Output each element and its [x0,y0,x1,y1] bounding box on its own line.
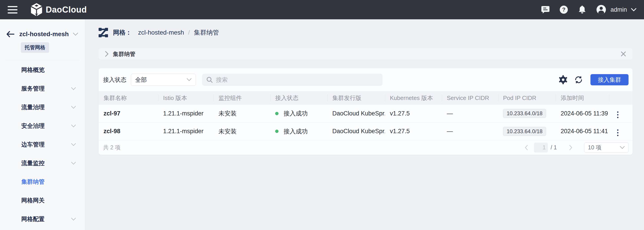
notifications-bell-icon[interactable] [578,5,587,14]
mesh-label: 网格： [113,28,132,37]
total-count: 共 2 项 [103,144,120,151]
back-arrow-icon[interactable] [6,31,14,38]
search-icon [206,76,213,83]
chevron-right-icon[interactable] [105,51,109,57]
daocloud-logo-icon [30,3,42,16]
cell-actions [609,123,632,140]
col-distribution: 集群发行版 [328,91,385,105]
breadcrumb: 网格： zcl-hosted-mesh / 集群纳管 [98,26,632,40]
sidebar-item-mesh-overview[interactable]: 网格概览 [0,61,85,79]
chevron-down-icon [71,162,76,165]
prev-page-icon[interactable] [523,145,530,150]
row-actions-kebab-icon[interactable] [614,110,622,120]
breadcrumb-separator: / [188,29,190,36]
mesh-type-badge: 托管网格 [21,42,49,53]
brand-name: DaoCloud [46,5,87,15]
cell-monitor: 未安装 [214,123,270,140]
username: admin [610,6,627,13]
settings-gear-icon[interactable] [559,75,568,84]
chevron-down-icon [631,8,636,12]
cell-actions [609,105,632,123]
chevron-down-icon [71,218,76,221]
table-header-row: 集群名称 Istio 版本 监控组件 接入状态 集群发行版 Kubernetes… [98,91,632,105]
col-cluster-name: 集群名称 [98,91,158,105]
chevron-down-icon [620,146,625,149]
col-pod-ip-cidr: Pod IP CIDR [498,91,556,105]
breadcrumb-page: 集群纳管 [194,28,219,37]
topbar-actions: ? admin [541,5,636,15]
user-menu[interactable]: admin [596,5,636,15]
sidebar-item-service-management[interactable]: 服务管理 [0,79,85,98]
chevron-down-icon [71,106,76,109]
chevron-down-icon[interactable] [73,33,78,36]
sidebar: zcl-hosted-mesh 托管网格 网格概览 服务管理 流量治理 安全治理… [0,19,85,230]
mesh-name[interactable]: zcl-hosted-mesh [19,31,73,38]
next-page-icon[interactable] [568,145,574,150]
sidebar-item-traffic-governance[interactable]: 流量治理 [0,98,85,117]
clusters-table: 集群名称 Istio 版本 监控组件 接入状态 集群发行版 Kubernetes… [98,91,632,140]
col-istio-version: Istio 版本 [158,91,214,105]
pagination: 1 / 1 10 项 [523,142,628,153]
chevron-down-icon [187,78,192,81]
cell-k8s-version: v1.27.5 [385,105,442,123]
col-actions [609,91,632,105]
avatar [596,5,606,15]
chevron-down-icon [71,125,76,128]
status-filter-select[interactable]: 全部 [131,74,196,86]
cell-service-cidr: — [442,123,498,140]
sidebar-item-traffic-monitoring[interactable]: 流量监控 [0,154,85,172]
topbar: DaoCloud ? admin [0,0,644,19]
search-box [202,74,382,86]
cell-added-time: 2024-06-05 11:39 [556,105,609,123]
sidebar-item-mesh-gateway[interactable]: 网格网关 [0,191,85,210]
sidebar-item-mesh-config[interactable]: 网格配置 [0,210,85,228]
mesh-selector: zcl-hosted-mesh [0,19,85,38]
sidebar-item-cluster-management[interactable]: 集群纳管 [0,172,85,191]
cell-cluster-name[interactable]: zcl-97 [98,105,158,123]
cell-distribution: DaoCloud KubeSpr... [328,123,385,140]
page-input[interactable]: 1 [534,143,548,153]
mesh-icon [98,28,108,37]
main-content: 网格： zcl-hosted-mesh / 集群纳管 集群纳管 接入状态 全部 [85,19,644,230]
col-access-status: 接入状态 [270,91,328,105]
chevron-down-icon [71,87,76,90]
breadcrumb-mesh-name[interactable]: zcl-hosted-mesh [138,29,184,36]
cell-pod-cidr: 10.233.64.0/18 [498,123,556,140]
status-dot [275,112,278,115]
cell-status: 接入成功 [270,123,328,140]
cell-added-time: 2024-06-05 11:41 [556,123,609,140]
col-service-ip-cidr: Service IP CIDR [442,91,498,105]
collapse-panel: 集群纳管 [98,48,632,60]
table-row: zcl-97 1.21.1-mspider 未安装 接入成功 DaoCloud … [98,105,632,123]
table-row: zcl-98 1.21.1-mspider 未安装 接入成功 DaoCloud … [98,123,632,140]
row-actions-kebab-icon[interactable] [614,128,622,138]
refresh-icon[interactable] [574,75,583,84]
message-icon[interactable] [541,5,550,14]
close-icon[interactable] [620,51,626,57]
page-size-select[interactable]: 10 项 [584,142,628,153]
col-added-time: 添加时间 [556,91,609,105]
cell-status: 接入成功 [270,105,328,123]
help-icon[interactable]: ? [559,5,568,14]
cell-istio-version: 1.21.1-mspider [158,105,214,123]
cidr-tag: 10.233.64.0/18 [503,127,546,136]
status-dot [275,130,278,133]
chevron-down-icon [71,143,76,146]
table-footer: 共 2 项 1 / 1 10 项 [98,140,632,155]
cidr-tag: 10.233.64.0/18 [503,109,546,118]
status-filter-label: 接入状态 [103,76,126,84]
table-toolbar: 接入状态 全部 [98,68,632,91]
cell-cluster-name[interactable]: zcl-98 [98,123,158,140]
search-input[interactable] [216,76,378,83]
brand: DaoCloud [30,3,87,16]
join-cluster-button[interactable]: 接入集群 [590,74,628,85]
col-monitor-component: 监控组件 [214,91,270,105]
clusters-card: 接入状态 全部 [98,68,632,155]
cell-k8s-version: v1.27.5 [385,123,442,140]
sidebar-item-sidecar-management[interactable]: 边车管理 [0,135,85,154]
collapse-panel-title: 集群纳管 [113,50,135,58]
menu-toggle-icon[interactable] [8,6,18,14]
table-tools: 接入集群 [559,74,628,85]
sidebar-item-security-governance[interactable]: 安全治理 [0,117,85,135]
page-total: / 1 [550,144,557,151]
